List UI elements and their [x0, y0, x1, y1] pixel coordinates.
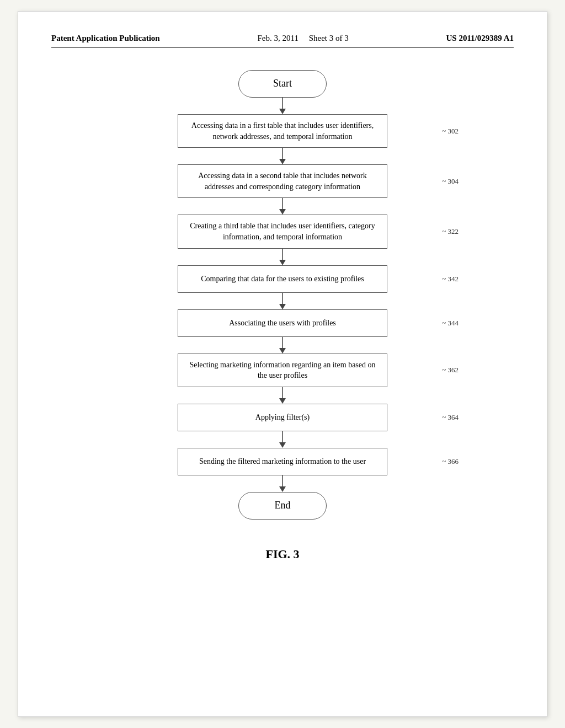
box-322-text: Creating a third table that includes use…: [188, 221, 377, 242]
box-304: Accessing data in a second table that in…: [178, 164, 387, 198]
end-node-row: End: [51, 492, 514, 520]
svg-marker-11: [279, 348, 286, 354]
node-row-322: Creating a third table that includes use…: [51, 215, 514, 248]
box-344-text: Associating the users with profiles: [229, 318, 336, 329]
box-304-text: Accessing data in a second table that in…: [188, 170, 377, 192]
end-label: End: [275, 499, 291, 512]
page-header: Patent Application Publication Feb. 3, 2…: [51, 34, 514, 48]
box-342-text: Comparing that data for the users to exi…: [201, 274, 364, 285]
ref-344: ~ 344: [442, 319, 459, 328]
header-left: Patent Application Publication: [51, 34, 160, 43]
start-node-row: Start: [51, 70, 514, 98]
flowchart: Start Accessing data in a first table th…: [51, 70, 514, 520]
arrow-8: [277, 431, 288, 448]
fig-label: FIG. 3: [51, 547, 514, 561]
ref-364: ~ 364: [442, 413, 459, 422]
box-302-text: Accessing data in a first table that inc…: [188, 120, 377, 142]
svg-marker-15: [279, 442, 286, 448]
arrow-5: [277, 293, 288, 309]
ref-342: ~ 342: [442, 275, 459, 283]
box-366: Sending the filtered marketing informati…: [178, 448, 387, 475]
arrow-6: [277, 337, 288, 354]
start-label: Start: [273, 77, 292, 90]
svg-marker-5: [279, 209, 286, 215]
svg-marker-9: [279, 304, 286, 309]
ref-302: ~ 302: [442, 127, 459, 136]
svg-marker-1: [279, 109, 286, 114]
box-366-text: Sending the filtered marketing informati…: [199, 456, 366, 467]
header-center: Feb. 3, 2011 Sheet 3 of 3: [257, 34, 348, 43]
node-row-344: Associating the users with profiles ~ 34…: [51, 309, 514, 337]
ref-362: ~ 362: [442, 366, 459, 374]
node-row-366: Sending the filtered marketing informati…: [51, 448, 514, 475]
header-sheet: Sheet 3 of 3: [309, 34, 349, 42]
node-row-304: Accessing data in a second table that in…: [51, 164, 514, 198]
box-362: Selecting marketing information regardin…: [178, 354, 387, 387]
node-row-342: Comparing that data for the users to exi…: [51, 265, 514, 293]
ref-304: ~ 304: [442, 177, 459, 186]
node-row-362: Selecting marketing information regardin…: [51, 354, 514, 387]
arrow-4: [277, 249, 288, 265]
box-364: Applying filter(s): [178, 404, 387, 431]
start-oval: Start: [238, 70, 327, 98]
svg-marker-13: [279, 398, 286, 404]
box-344: Associating the users with profiles: [178, 309, 387, 337]
node-row-302: Accessing data in a first table that inc…: [51, 114, 514, 148]
box-364-text: Applying filter(s): [255, 412, 310, 423]
patent-page: Patent Application Publication Feb. 3, 2…: [18, 11, 547, 717]
arrow-1: [277, 98, 288, 114]
svg-marker-7: [279, 260, 286, 265]
svg-marker-3: [279, 159, 286, 164]
end-oval: End: [238, 492, 327, 520]
box-322: Creating a third table that includes use…: [178, 215, 387, 248]
ref-322: ~ 322: [442, 227, 459, 236]
arrow-9: [277, 475, 288, 492]
header-right: US 2011/029389 A1: [446, 34, 514, 43]
header-date: Feb. 3, 2011: [257, 34, 298, 42]
svg-marker-17: [279, 486, 286, 492]
box-302: Accessing data in a first table that inc…: [178, 114, 387, 148]
ref-366: ~ 366: [442, 457, 459, 466]
arrow-7: [277, 387, 288, 404]
arrow-3: [277, 198, 288, 215]
node-row-364: Applying filter(s) ~ 364: [51, 404, 514, 431]
box-362-text: Selecting marketing information regardin…: [188, 360, 377, 381]
box-342: Comparing that data for the users to exi…: [178, 265, 387, 293]
arrow-2: [277, 148, 288, 164]
